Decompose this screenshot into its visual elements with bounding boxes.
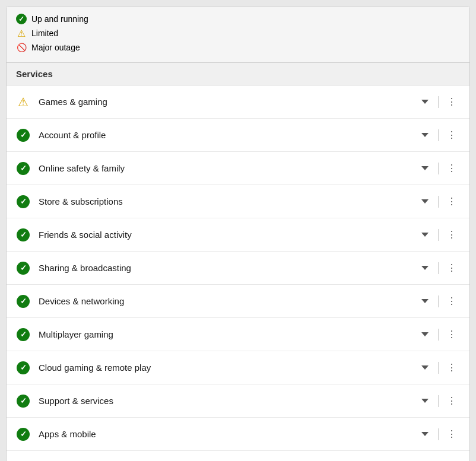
legend-item-major: Major outage bbox=[16, 42, 460, 53]
expand-button-online-safety-family[interactable] bbox=[417, 164, 433, 173]
more-options-button-account-profile[interactable]: ⋮ bbox=[443, 127, 460, 143]
vertical-divider bbox=[438, 96, 439, 108]
chevron-down-icon bbox=[421, 266, 429, 270]
service-icon-games-gaming bbox=[16, 95, 30, 109]
vertical-divider bbox=[438, 428, 439, 440]
chevron-down-icon bbox=[421, 100, 429, 104]
service-name-games-gaming: Games & gaming bbox=[39, 97, 417, 107]
service-row-multiplayer-gaming[interactable]: Multiplayer gaming⋮ bbox=[7, 318, 469, 351]
expand-button-multiplayer-gaming[interactable] bbox=[417, 330, 433, 339]
service-name-cloud-gaming: Cloud gaming & remote play bbox=[39, 363, 417, 373]
more-options-button-devices-networking[interactable]: ⋮ bbox=[443, 293, 460, 309]
service-actions-devices-networking: ⋮ bbox=[417, 293, 460, 309]
services-list: Games & gaming⋮Account & profile⋮Online … bbox=[7, 85, 469, 451]
status-green-icon bbox=[17, 361, 30, 374]
expand-button-devices-networking[interactable] bbox=[417, 297, 433, 306]
expand-button-cloud-gaming[interactable] bbox=[417, 363, 433, 372]
status-green-icon bbox=[17, 262, 30, 275]
status-green-icon bbox=[17, 228, 30, 241]
service-name-online-safety-family: Online safety & family bbox=[39, 163, 417, 173]
status-green-icon bbox=[17, 162, 30, 175]
services-header-label: Services bbox=[16, 69, 53, 79]
expand-button-account-profile[interactable] bbox=[417, 131, 433, 139]
more-options-button-games-gaming[interactable]: ⋮ bbox=[443, 94, 460, 110]
status-green-icon bbox=[17, 295, 30, 308]
expand-button-sharing-broadcasting[interactable] bbox=[417, 263, 433, 272]
service-row-apps-mobile[interactable]: Apps & mobile⋮ bbox=[7, 418, 469, 451]
service-actions-store-subscriptions: ⋮ bbox=[417, 193, 460, 209]
service-icon-store-subscriptions bbox=[16, 195, 30, 209]
vertical-divider bbox=[438, 262, 439, 274]
vertical-divider bbox=[438, 196, 439, 208]
up-running-icon bbox=[16, 14, 27, 24]
legend-section: Up and running Limited Major outage bbox=[7, 7, 469, 63]
more-options-button-apps-mobile[interactable]: ⋮ bbox=[443, 426, 460, 442]
service-actions-games-gaming: ⋮ bbox=[417, 94, 460, 110]
legend-item-up: Up and running bbox=[16, 14, 460, 24]
chevron-down-icon bbox=[421, 399, 429, 403]
expand-button-support-services[interactable] bbox=[417, 396, 433, 405]
expand-button-store-subscriptions[interactable] bbox=[417, 197, 433, 206]
chevron-down-icon bbox=[421, 332, 429, 336]
service-icon-friends-social bbox=[16, 228, 30, 242]
legend-item-limited: Limited bbox=[16, 28, 460, 39]
service-actions-apps-mobile: ⋮ bbox=[417, 426, 460, 442]
major-outage-label: Major outage bbox=[31, 43, 80, 52]
main-container: Up and running Limited Major outage Serv… bbox=[6, 6, 470, 461]
service-name-store-subscriptions: Store & subscriptions bbox=[39, 196, 417, 206]
service-row-games-gaming[interactable]: Games & gaming⋮ bbox=[7, 85, 469, 119]
service-row-devices-networking[interactable]: Devices & networking⋮ bbox=[7, 285, 469, 318]
service-row-friends-social[interactable]: Friends & social activity⋮ bbox=[7, 218, 469, 252]
service-row-sharing-broadcasting[interactable]: Sharing & broadcasting⋮ bbox=[7, 252, 469, 285]
chevron-down-icon bbox=[421, 166, 429, 170]
up-running-label: Up and running bbox=[31, 14, 88, 24]
vertical-divider bbox=[438, 395, 439, 407]
chevron-down-icon bbox=[421, 365, 429, 370]
status-warning-icon bbox=[18, 95, 28, 109]
status-green-icon bbox=[17, 428, 30, 441]
expand-button-apps-mobile[interactable] bbox=[417, 430, 433, 438]
service-row-online-safety-family[interactable]: Online safety & family⋮ bbox=[7, 152, 469, 185]
service-name-sharing-broadcasting: Sharing & broadcasting bbox=[39, 263, 417, 273]
more-options-button-support-services[interactable]: ⋮ bbox=[443, 393, 460, 409]
service-actions-online-safety-family: ⋮ bbox=[417, 160, 460, 176]
service-row-store-subscriptions[interactable]: Store & subscriptions⋮ bbox=[7, 185, 469, 218]
service-name-apps-mobile: Apps & mobile bbox=[39, 429, 417, 439]
service-icon-cloud-gaming bbox=[16, 361, 30, 375]
service-actions-multiplayer-gaming: ⋮ bbox=[417, 326, 460, 342]
more-options-button-sharing-broadcasting[interactable]: ⋮ bbox=[443, 260, 460, 276]
vertical-divider bbox=[438, 295, 439, 307]
vertical-divider bbox=[438, 229, 439, 241]
chevron-down-icon bbox=[421, 299, 429, 303]
service-icon-support-services bbox=[16, 394, 30, 408]
more-options-button-online-safety-family[interactable]: ⋮ bbox=[443, 160, 460, 176]
service-name-support-services: Support & services bbox=[39, 396, 417, 406]
more-options-button-multiplayer-gaming[interactable]: ⋮ bbox=[443, 326, 460, 342]
service-actions-account-profile: ⋮ bbox=[417, 127, 460, 143]
service-actions-support-services: ⋮ bbox=[417, 393, 460, 409]
service-name-friends-social: Friends & social activity bbox=[39, 230, 417, 240]
service-actions-friends-social: ⋮ bbox=[417, 227, 460, 243]
service-row-account-profile[interactable]: Account & profile⋮ bbox=[7, 119, 469, 152]
service-icon-account-profile bbox=[16, 128, 30, 142]
service-row-support-services[interactable]: Support & services⋮ bbox=[7, 384, 469, 418]
service-icon-sharing-broadcasting bbox=[16, 261, 30, 275]
more-options-button-store-subscriptions[interactable]: ⋮ bbox=[443, 193, 460, 209]
more-options-button-friends-social[interactable]: ⋮ bbox=[443, 227, 460, 243]
service-row-cloud-gaming[interactable]: Cloud gaming & remote play⋮ bbox=[7, 351, 469, 384]
service-icon-apps-mobile bbox=[16, 427, 30, 441]
chevron-down-icon bbox=[421, 432, 429, 436]
expand-button-friends-social[interactable] bbox=[417, 230, 433, 239]
limited-label: Limited bbox=[31, 28, 58, 38]
vertical-divider bbox=[438, 362, 439, 374]
more-options-button-cloud-gaming[interactable]: ⋮ bbox=[443, 360, 460, 376]
expand-button-games-gaming[interactable] bbox=[417, 97, 433, 106]
service-icon-devices-networking bbox=[16, 294, 30, 309]
service-icon-online-safety-family bbox=[16, 161, 30, 176]
service-actions-cloud-gaming: ⋮ bbox=[417, 360, 460, 376]
service-actions-sharing-broadcasting: ⋮ bbox=[417, 260, 460, 276]
vertical-divider bbox=[438, 163, 439, 174]
limited-icon bbox=[16, 28, 27, 39]
chevron-down-icon bbox=[421, 233, 429, 237]
service-name-devices-networking: Devices & networking bbox=[39, 296, 417, 306]
